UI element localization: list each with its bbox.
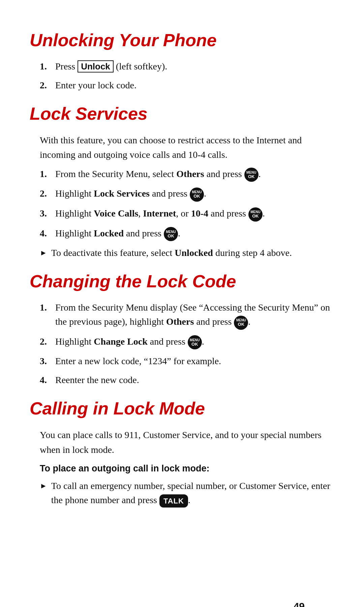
bold-text: Internet [143, 208, 176, 219]
talk-button: TALK [159, 494, 188, 508]
step-content: From the Security Menu display (See “Acc… [55, 300, 334, 330]
list-item: 1. From the Security Menu display (See “… [30, 300, 334, 330]
step-content: Highlight Voice Calls, Internet, or 10-4… [55, 206, 334, 222]
arrow-icon: ► [40, 480, 47, 491]
list-item: 2. Enter your lock code. [30, 78, 334, 92]
unlock-key: Unlock [78, 60, 114, 73]
step-content: From the Security Menu, select Others an… [55, 167, 334, 182]
step-content: Enter a new lock code, “1234” for exampl… [55, 354, 334, 368]
menu-ok-button: MENU OK [188, 335, 202, 349]
section-title-unlocking: Unlocking Your Phone [30, 27, 334, 53]
bold-text: Unlocked [175, 248, 213, 258]
bold-text: Others [176, 169, 204, 179]
step-number: 4. [40, 373, 53, 387]
step-number: 2. [40, 335, 53, 349]
note-content: To deactivate this feature, select Unloc… [51, 246, 334, 260]
list-item: 4. Highlight Locked and press MENU OK . [30, 226, 334, 241]
menu-ok-button: MENU OK [248, 207, 263, 222]
list-item: 3. Enter a new lock code, “1234” for exa… [30, 354, 334, 368]
step-number: 2. [40, 186, 53, 201]
section-calling-lock: Calling in Lock Mode You can place calls… [30, 395, 334, 507]
menu-ok-button: MENU OK [190, 187, 204, 202]
list-item: 1. Press Unlock (left softkey). [30, 59, 334, 74]
section-unlocking: Unlocking Your Phone 1. Press Unlock (le… [30, 27, 334, 92]
step-number: 1. [40, 59, 53, 74]
lock-services-intro: With this feature, you can choose to res… [30, 133, 334, 162]
list-item: 2. Highlight Lock Services and press MEN… [30, 186, 334, 202]
bold-text: Lock Services [94, 188, 150, 199]
section-title-calling-lock: Calling in Lock Mode [30, 395, 334, 422]
step-content: Highlight Lock Services and press MENU O… [55, 186, 334, 202]
menu-ok-button: MENU OK [164, 227, 178, 241]
page-wrapper: Unlocking Your Phone 1. Press Unlock (le… [30, 27, 334, 607]
step-content: Reenter the new code. [55, 373, 334, 387]
unlocking-steps: 1. Press Unlock (left softkey). 2. Enter… [30, 59, 334, 92]
step-content: Press Unlock (left softkey). [55, 59, 334, 74]
changing-lock-steps: 1. From the Security Menu display (See “… [30, 300, 334, 387]
section-lock-services: Lock Services With this feature, you can… [30, 100, 334, 260]
arrow-icon: ► [40, 247, 47, 258]
menu-ok-button: MENU OK [244, 168, 259, 182]
calling-lock-subheading: To place an outgoing call in lock mode: [30, 462, 334, 475]
step-content: Highlight Change Lock and press MENU OK … [55, 335, 334, 350]
note-item: ► To deactivate this feature, select Unl… [30, 246, 334, 260]
bold-text: Voice Calls [94, 208, 138, 219]
lock-services-steps: 1. From the Security Menu, select Others… [30, 167, 334, 241]
section-title-lock-services: Lock Services [30, 100, 334, 127]
list-item: 1. From the Security Menu, select Others… [30, 167, 334, 182]
step-number: 1. [40, 167, 53, 181]
step-content: Highlight Locked and press MENU OK . [55, 226, 334, 241]
bold-text: Others [166, 316, 194, 327]
step-number: 1. [40, 300, 53, 315]
bold-text: Locked [94, 228, 124, 238]
calling-note-content: To call an emergency number, special num… [51, 479, 334, 508]
list-item: 4. Reenter the new code. [30, 373, 334, 387]
section-changing-lock: Changing the Lock Code 1. From the Secur… [30, 268, 334, 387]
step-number: 2. [40, 78, 53, 92]
bold-text: 10-4 [191, 208, 208, 219]
list-item: 3. Highlight Voice Calls, Internet, or 1… [30, 206, 334, 222]
bold-text: Change Lock [94, 336, 147, 347]
menu-ok-button: MENU OK [234, 316, 248, 330]
calling-lock-intro: You can place calls to 911, Customer Ser… [30, 428, 334, 457]
step-number: 4. [40, 226, 53, 240]
step-number: 3. [40, 206, 53, 221]
calling-note-item: ► To call an emergency number, special n… [30, 479, 334, 508]
list-item: 2. Highlight Change Lock and press MENU … [30, 335, 334, 350]
section-title-changing-lock: Changing the Lock Code [30, 268, 334, 294]
step-content: Enter your lock code. [55, 78, 334, 92]
page-number: 49 [294, 599, 305, 607]
step-number: 3. [40, 354, 53, 368]
